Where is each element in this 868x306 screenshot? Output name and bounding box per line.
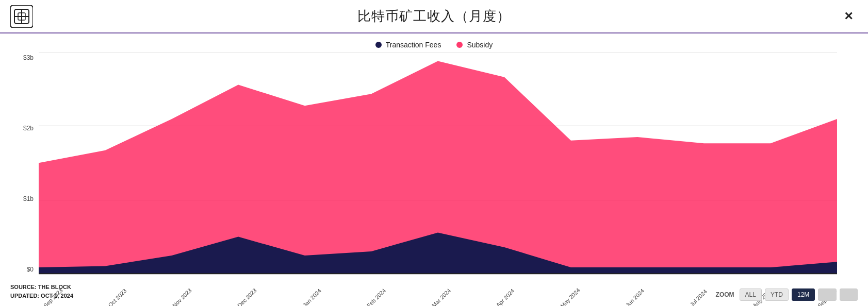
legend-row: Transaction Fees Subsidy (0, 33, 868, 52)
chart-container: 比特币矿工收入（月度） ✕ Transaction Fees Subsidy $… (0, 0, 868, 306)
source-info: SOURCE: THE BLOCK UPDATED: OCT 1, 2024 (10, 283, 73, 301)
legend-label-subsidy: Subsidy (467, 41, 493, 49)
chart-title: 比特币矿工收入（月度） (357, 7, 511, 25)
transaction-fees-dot (375, 42, 382, 48)
zoom-btn-5[interactable] (840, 288, 858, 301)
legend-label-transaction-fees: Transaction Fees (386, 41, 441, 49)
zoom-btn-4[interactable] (818, 288, 836, 301)
zoom-all-button[interactable]: ALL (740, 288, 762, 301)
header-bar: 比特币矿工收入（月度） ✕ (0, 0, 868, 33)
legend-item-transaction-fees: Transaction Fees (375, 41, 441, 49)
footer-row: SOURCE: THE BLOCK UPDATED: OCT 1, 2024 Z… (10, 283, 858, 301)
legend-item-subsidy: Subsidy (456, 41, 493, 49)
y-label-2b: $2b (5, 125, 34, 132)
zoom-label: ZOOM (716, 291, 734, 298)
source-line: SOURCE: THE BLOCK (10, 283, 73, 292)
zoom-ytd-button[interactable]: YTD (765, 288, 789, 301)
y-label-0: $0 (5, 266, 34, 273)
close-button[interactable]: ✕ (839, 7, 858, 26)
zoom-controls: ZOOM ALL YTD 12M (716, 288, 858, 301)
y-label-1b: $1b (5, 195, 34, 202)
logo-icon (10, 5, 33, 28)
updated-line: UPDATED: OCT 1, 2024 (10, 292, 73, 301)
y-label-3b: $3b (5, 54, 34, 61)
chart-svg (39, 52, 837, 275)
subsidy-dot (456, 42, 463, 48)
zoom-12m-button[interactable]: 12M (792, 288, 815, 301)
